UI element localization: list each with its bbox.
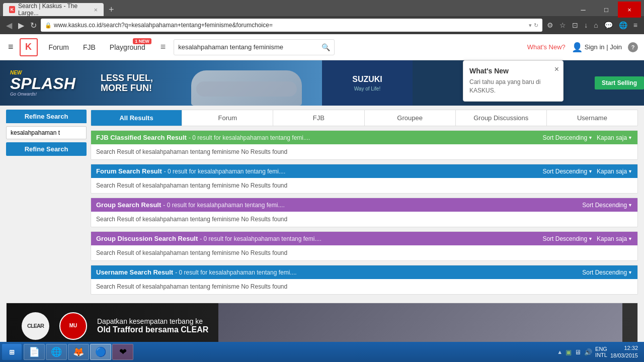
address-bar-star-icon: ▾ xyxy=(529,22,532,29)
tab-group-discussions[interactable]: Group Discussions xyxy=(456,110,547,126)
banner-image[interactable]: NEW SPLASH Go Onwards! LESS FUEL, MORE F… xyxy=(0,60,322,106)
forum-result-title: Forum Search Result xyxy=(96,167,162,175)
taskbar-chrome-app[interactable]: 🌐 xyxy=(46,344,67,360)
groupdiscussion-result-body: Search Result of kesalahpahaman tentang … xyxy=(91,245,637,260)
forum-result-header: Forum Search Result - 0 result for kesal… xyxy=(91,164,637,178)
signin-area[interactable]: 👤 Sign in | Join xyxy=(572,42,622,53)
groupdiscussion-result-controls: Sort Descending Kapan saja xyxy=(542,235,632,242)
taskbar-tray: ▲ ▣ 🖥 🔊 ENG INTL 12:32 18/03/2015 xyxy=(553,344,642,360)
taskbar-red-app[interactable]: ❤ xyxy=(112,344,133,360)
clear-logo-text: CLEAR xyxy=(27,323,44,329)
taskbar-firefox-app[interactable]: 🦊 xyxy=(68,344,89,360)
fjb-sort-dropdown[interactable]: Sort Descending xyxy=(542,134,593,141)
taskbar-ie-app[interactable]: 🔵 xyxy=(90,344,111,360)
username-sort-dropdown[interactable]: Sort Descending xyxy=(582,269,632,276)
forward-button[interactable]: ▶ xyxy=(16,20,26,31)
tray-up-arrow-icon[interactable]: ▲ xyxy=(557,349,562,355)
nav-links: Forum FJB Playground 1 NEW xyxy=(42,34,152,60)
whats-new-popup: × What's New Cari tahu apa yang baru di … xyxy=(463,60,564,102)
forum-result-body: Search Result of kesalahpahaman tentang … xyxy=(91,178,637,193)
maximize-button[interactable]: □ xyxy=(595,2,618,18)
username-result-body: Search Result of kesalahpahaman tentang … xyxy=(91,279,637,294)
reload-button[interactable]: ↻ xyxy=(28,20,39,31)
group-sort-dropdown[interactable]: Sort Descending xyxy=(582,202,632,209)
search-submit-button[interactable]: 🔍 xyxy=(321,43,330,51)
taskbar-clock[interactable]: 12:32 18/03/2015 xyxy=(610,344,638,360)
forum-result-controls: Sort Descending Kapan saja xyxy=(542,168,632,175)
fjb-result-body: Search Result of kesalahpahaman tentang … xyxy=(91,144,637,159)
sync-button[interactable]: ⊡ xyxy=(570,20,581,30)
star-button[interactable]: ☆ xyxy=(557,20,569,30)
start-selling-button[interactable]: Start Selling xyxy=(595,76,644,89)
forum-sort-dropdown[interactable]: Sort Descending xyxy=(542,168,593,175)
tab-username[interactable]: Username xyxy=(547,110,637,126)
fjb-result-controls: Sort Descending Kapan saja xyxy=(542,134,632,141)
back-button[interactable]: ◀ xyxy=(4,20,14,31)
menu-dots-button[interactable]: ≡ xyxy=(156,40,170,54)
suzuki-tagline: Way of Life! xyxy=(354,86,380,92)
forum-time-dropdown[interactable]: Kapan saja xyxy=(597,168,632,175)
popup-close-button[interactable]: × xyxy=(554,65,559,74)
forum-result-section: Forum Search Result - 0 result for kesal… xyxy=(91,164,638,194)
nav-playground[interactable]: Playground 1 NEW xyxy=(103,34,152,60)
results-area: All Results Forum FJB Groupee Group Disc… xyxy=(91,110,638,299)
refine-search-button[interactable]: Refine Search xyxy=(6,142,87,156)
bookmarks-button[interactable]: ⚙ xyxy=(544,20,556,30)
download-button[interactable]: ↓ xyxy=(582,20,590,30)
close-button[interactable]: × xyxy=(618,2,641,18)
username-result-section: Username Search Result - 0 result for ke… xyxy=(91,265,638,295)
nav-fjb[interactable]: FJB xyxy=(76,34,103,60)
taskbar-word-app[interactable]: 📄 xyxy=(24,344,45,360)
whats-new-button[interactable]: What's New? xyxy=(527,43,566,51)
clear-logo-circle: CLEAR xyxy=(22,312,49,340)
help-button[interactable]: ? xyxy=(628,42,638,52)
minimize-button[interactable]: ─ xyxy=(572,2,595,18)
tab-fjb[interactable]: FJB xyxy=(273,110,364,126)
tray-volume-icon[interactable]: 🔊 xyxy=(584,348,592,356)
groupdiscussion-sort-dropdown[interactable]: Sort Descending xyxy=(542,235,593,242)
username-result-header: Username Search Result - 0 result for ke… xyxy=(91,265,637,279)
bottom-banner: CLEAR MU Dapatkan kesempatan terbang ke … xyxy=(6,303,638,348)
groupdiscussion-result-title: Group Discussion Search Result xyxy=(96,235,198,242)
groupdiscussion-result-subtitle: - 0 result for kesalahpahaman tentang fe… xyxy=(200,235,321,242)
address-bar-input[interactable] xyxy=(54,22,527,29)
tab-favicon: K xyxy=(9,6,15,13)
kaskus-logo[interactable]: K xyxy=(20,38,38,56)
groupdiscussion-result-section: Group Discussion Search Result - 0 resul… xyxy=(91,231,638,261)
taskbar-time: 12:32 xyxy=(610,344,638,352)
address-bar-reload-icon[interactable]: ↻ xyxy=(534,22,538,29)
start-button[interactable]: ⊞ xyxy=(2,344,22,360)
tab-all-results[interactable]: All Results xyxy=(91,110,182,126)
group-result-section: Group Search Result - 0 result for kesal… xyxy=(91,198,638,227)
forum-result-subtitle: - 0 result for kesalahpahaman tentang fe… xyxy=(164,168,285,175)
sidebar: Refine Search Refine Search xyxy=(6,110,87,299)
site-wrapper: ≡ K Forum FJB Playground 1 NEW ≡ 🔍 What'… xyxy=(0,34,644,348)
groupdiscussion-result-header: Group Discussion Search Result - 0 resul… xyxy=(91,232,637,245)
fjb-result-header: FJB Classified Search Result - 0 result … xyxy=(91,131,637,144)
browser-tab[interactable]: K Search | Kaskus - The Large... × xyxy=(3,3,104,16)
tab-groupee[interactable]: Groupee xyxy=(365,110,456,126)
suzuki-logo: SUZUKI xyxy=(352,75,382,84)
home-button[interactable]: ⌂ xyxy=(591,20,600,30)
taskbar: ⊞ 📄 🌐 🦊 🔵 ❤ ▲ ▣ 🖥 🔊 ENG INTL 12:32 18/03… xyxy=(0,342,644,362)
tab-forum[interactable]: Forum xyxy=(182,110,273,126)
tray-green-icon: ▣ xyxy=(566,348,572,356)
menu-button[interactable]: ≡ xyxy=(631,20,640,30)
chat-button[interactable]: 💬 xyxy=(602,20,615,30)
banner-suzuki-section: SUZUKI Way of Life! xyxy=(322,60,413,106)
new-tab-button[interactable]: + xyxy=(106,5,117,15)
sidebar-search-input[interactable] xyxy=(6,126,87,139)
fjb-result-title: FJB Classified Search Result xyxy=(96,134,187,141)
groupdiscussion-time-dropdown[interactable]: Kapan saja xyxy=(597,235,632,242)
tab-title: Search | Kaskus - The Large... xyxy=(18,3,88,17)
fjb-time-dropdown[interactable]: Kapan saja xyxy=(597,134,632,141)
hamburger-menu-button[interactable]: ≡ xyxy=(6,40,16,54)
popup-title: What's New xyxy=(469,67,557,75)
tab-close-icon[interactable]: × xyxy=(94,6,98,14)
group-result-title: Group Search Result xyxy=(96,201,161,209)
globe-button[interactable]: 🌐 xyxy=(616,20,630,30)
main-search-input[interactable] xyxy=(178,43,319,51)
clear-banner-content[interactable]: CLEAR MU Dapatkan kesempatan terbang ke … xyxy=(7,303,637,348)
user-icon: 👤 xyxy=(572,42,583,53)
nav-forum[interactable]: Forum xyxy=(42,34,76,60)
